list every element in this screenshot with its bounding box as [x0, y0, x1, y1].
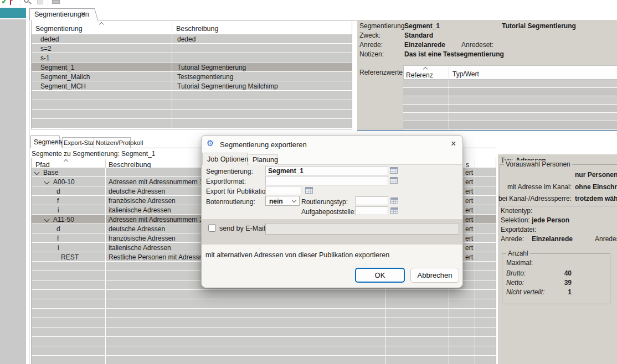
- routierungstyp-field[interactable]: [355, 196, 388, 205]
- table-row[interactable]: [403, 80, 617, 88]
- sperre-label: bei Kanal-/Adresssperre:: [496, 195, 572, 202]
- column-header-typwert[interactable]: Typ/Wert: [453, 70, 479, 78]
- field-value: Tutorial Segmentierung: [502, 22, 576, 30]
- column-divider: [475, 168, 475, 364]
- aufgabepoststelle-field[interactable]: [355, 206, 388, 215]
- column-divider[interactable]: [449, 67, 449, 79]
- table-row[interactable]: [403, 96, 617, 105]
- toolbar-divider: [34, 1, 34, 6]
- column-divider[interactable]: [475, 159, 475, 168]
- tab-close-icon[interactable]: ×: [81, 9, 85, 18]
- tab-close-icon[interactable]: ×: [54, 138, 59, 146]
- brand-flag-icon[interactable]: [10, 0, 11, 5]
- column-divider: [105, 168, 106, 364]
- cell-pfad: REST: [61, 253, 79, 261]
- email-field[interactable]: [265, 223, 459, 235]
- column-divider[interactable]: [105, 159, 106, 168]
- nicht-verteilt-label: Nicht verteilt:: [506, 288, 544, 296]
- nicht-verteilt-value: 1: [539, 288, 572, 296]
- publikation-field[interactable]: [265, 186, 301, 195]
- segmentierung-label: Segmentierung:: [206, 168, 253, 175]
- cell-beschreibung: deutsche Adressen: [109, 225, 165, 233]
- tab-notizen-protokoll-label[interactable]: Notizen/Protokoll: [96, 139, 143, 146]
- lookup-grid-icon[interactable]: [305, 187, 313, 194]
- column-divider[interactable]: [172, 22, 172, 33]
- tab-segmente-label[interactable]: Segmente: [34, 138, 64, 146]
- table-row[interactable]: s-1: [32, 53, 352, 63]
- table-row[interactable]: [403, 105, 617, 113]
- cell-status-fragment: ert: [465, 206, 473, 214]
- cell-status-fragment: ert: [465, 253, 473, 261]
- chevron-down-icon[interactable]: [44, 179, 50, 185]
- cell-status-fragment: ert: [465, 225, 473, 233]
- segmentierung-field[interactable]: Segment_1: [265, 166, 388, 175]
- chevron-down-icon[interactable]: [44, 217, 50, 222]
- lookup-grid-icon[interactable]: [390, 197, 398, 204]
- publikation-label: Export für Publikation:: [206, 188, 271, 195]
- cancel-button[interactable]: Abbrechen: [410, 268, 459, 283]
- cell-beschreibung: italienische Adressen: [109, 244, 171, 252]
- dialog-title: Segmentierung exportieren: [220, 141, 307, 149]
- check-icon[interactable]: ✓: [1, 0, 8, 6]
- cell-beschreibung: französische Adressen: [109, 197, 176, 205]
- cell-status-fragment: ert: [465, 178, 473, 186]
- chevron-down-icon[interactable]: [34, 170, 40, 175]
- lookup-grid-icon[interactable]: [390, 167, 398, 174]
- table-row[interactable]: [403, 121, 617, 129]
- exportformat-field[interactable]: [265, 176, 388, 185]
- aufgabepoststelle-label: Aufgabepoststelle:: [301, 208, 356, 216]
- table-row-selected[interactable]: Segment_1 Tutorial Segmentierung: [32, 63, 352, 72]
- table-row[interactable]: Segment_MCH Tutorial Segmentierung Mailc…: [32, 81, 352, 91]
- segments-caption: Segmente zu Segmentierung: Segment_1: [32, 150, 155, 158]
- column-header-segmentierung[interactable]: Segmentierung: [35, 25, 83, 33]
- column-divider: [449, 80, 449, 129]
- sort-asc-icon[interactable]: [99, 22, 104, 27]
- field-value: Segment_1: [404, 22, 440, 30]
- empty-rows: [32, 91, 352, 128]
- table-row[interactable]: [403, 113, 617, 121]
- brand-flag-icon[interactable]: [11, 0, 17, 2]
- referenzwerte-rows: [403, 80, 617, 129]
- send-email-label[interactable]: send by E-Mail: [219, 225, 265, 232]
- table-row[interactable]: Segment_Mailch Testsegmentierung: [32, 72, 352, 81]
- table-row[interactable]: deded deded: [32, 34, 352, 44]
- dialog-note: mit alternativen Adressen von dieser Pub…: [205, 251, 389, 259]
- ok-button[interactable]: OK: [355, 268, 405, 283]
- print-icon[interactable]: [52, 0, 60, 4]
- brutto-label: Brutto:: [506, 269, 526, 277]
- field-label: Referenzwerte:: [359, 69, 404, 76]
- botenroutierung-label: Botenroutierung:: [206, 198, 255, 206]
- lookup-grid-icon[interactable]: [390, 207, 398, 214]
- tab-planung-label[interactable]: Planung: [253, 156, 278, 164]
- tab-job-optionen-label[interactable]: Job Optionen: [207, 155, 248, 163]
- table-row[interactable]: s=2: [32, 44, 352, 53]
- segmentierungen-table-border: [352, 20, 352, 129]
- sidebar: [0, 18, 26, 364]
- cell-beschreibung: Adressen mit Adressnummern 100: [109, 178, 210, 186]
- anzahl-title: Anzahl: [506, 249, 530, 257]
- botenroutierung-select[interactable]: nein: [265, 196, 300, 206]
- column-header-referenz[interactable]: Referenz: [406, 71, 433, 79]
- sort-asc-icon[interactable]: [64, 159, 68, 164]
- close-icon[interactable]: ×: [451, 139, 456, 149]
- lookup-grid-icon[interactable]: [390, 177, 398, 184]
- nur-personen-value: nur Personen: [575, 171, 617, 179]
- column-header-beschreibung[interactable]: Beschreibung: [176, 25, 218, 33]
- send-email-checkbox[interactable]: [208, 224, 216, 232]
- table-row[interactable]: [403, 88, 617, 96]
- cell-status-fragment: ert: [465, 197, 473, 205]
- field-value: Das ist eine Testsegmentierung: [404, 50, 504, 58]
- search-icon[interactable]: [28, 1, 32, 4]
- sperre-value: trotzdem wäh: [575, 195, 617, 202]
- tool-icon[interactable]: [37, 0, 43, 4]
- segmente-table-border: [496, 158, 496, 364]
- cell-segmentierung: s=2: [40, 45, 52, 53]
- anredeset-label: Anredeset:: [595, 235, 617, 243]
- field-label: Zweck:: [359, 32, 381, 39]
- chevron-down-icon: [292, 198, 296, 202]
- cell-pfad: A11-50: [53, 216, 74, 223]
- selektion-label: Selektion:: [501, 216, 530, 224]
- sidebar-accent-block[interactable]: [0, 8, 26, 18]
- cell-beschreibung: italienische Adressen: [109, 206, 171, 214]
- cell-segmentierung: deded: [40, 35, 59, 43]
